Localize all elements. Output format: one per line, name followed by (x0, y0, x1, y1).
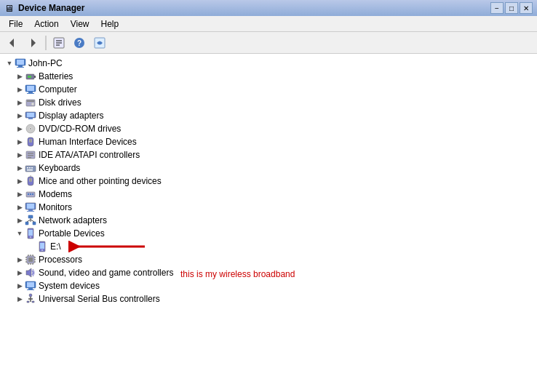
svg-text:?: ? (77, 39, 81, 47)
tree-modems[interactable]: ▶ Modems (3, 188, 534, 201)
expand-ide: ▶ (15, 150, 25, 160)
root-label: John-PC (28, 58, 63, 68)
forward-button[interactable] (23, 34, 42, 52)
menu-view[interactable]: View (65, 17, 95, 31)
expand-modems: ▶ (15, 189, 25, 199)
mice-label: Mice and other pointing devices (39, 176, 162, 186)
tree-monitors[interactable]: ▶ Monitors (3, 201, 534, 214)
svg-rect-10 (17, 60, 24, 65)
tree-system[interactable]: ▶ System devices (3, 279, 534, 292)
expand-display: ▶ (15, 111, 25, 121)
expand-computer: ▶ (15, 84, 25, 95)
scan-button[interactable] (90, 34, 109, 52)
tree-computer[interactable]: ▶ Computer (3, 83, 534, 96)
hid-icon (25, 136, 36, 148)
display-adapters-label: Display adapters (39, 111, 103, 121)
ide-label: IDE ATA/ATAPI controllers (39, 150, 140, 160)
expand-hid: ▶ (15, 137, 25, 147)
svg-line-57 (27, 220, 31, 222)
usb-label: Universal Serial Bus controllers (39, 294, 160, 304)
batteries-label: Batteries (39, 71, 73, 81)
tree-mice[interactable]: ▶ Mice and other pointing devices (3, 175, 534, 188)
svg-rect-85 (27, 289, 34, 290)
svg-rect-38 (29, 167, 31, 169)
svg-rect-53 (28, 215, 33, 218)
svg-rect-24 (27, 113, 34, 117)
tree-network[interactable]: ▶ Network adapters (3, 214, 534, 227)
processors-label: Processors (39, 255, 82, 265)
svg-line-58 (31, 220, 34, 222)
menu-action[interactable]: Action (28, 17, 64, 31)
mice-icon (25, 175, 36, 187)
toolbar: ? (0, 32, 537, 54)
tree-disk-drives[interactable]: ▶ Disk drives (3, 96, 534, 109)
expand-processors: ▶ (15, 255, 25, 265)
tree-edrive[interactable]: ▶ E:\ (3, 240, 534, 253)
svg-rect-90 (32, 301, 34, 303)
minimize-button[interactable]: − (490, 2, 504, 14)
tree-batteries[interactable]: ▶ Batteries (3, 70, 534, 83)
svg-point-64 (41, 249, 43, 251)
svg-rect-39 (31, 167, 33, 169)
tree-ide[interactable]: ▶ IDE ATA/ATAPI controllers (3, 148, 534, 161)
back-button[interactable] (3, 34, 22, 52)
title-bar: 🖥 Device Manager − □ ✕ (0, 0, 537, 16)
monitors-label: Monitors (39, 202, 72, 212)
svg-rect-46 (28, 193, 29, 195)
tree-sound[interactable]: ▶ Sound, video and game controllers (3, 266, 534, 279)
svg-rect-84 (28, 288, 33, 289)
help-button[interactable]: ? (70, 34, 89, 52)
ide-icon (25, 149, 36, 161)
svg-rect-63 (40, 243, 44, 249)
svg-rect-36 (25, 166, 36, 172)
batteries-icon (25, 71, 36, 82)
expand-network: ▶ (15, 215, 25, 225)
modems-label: Modems (39, 189, 72, 199)
svg-rect-11 (18, 65, 23, 67)
computer-icon2 (25, 84, 36, 95)
svg-rect-55 (33, 222, 36, 225)
tree-portable[interactable]: ▼ Portable Devices (3, 227, 534, 240)
tree-display-adapters[interactable]: ▶ Display adapters (3, 109, 534, 122)
svg-rect-60 (28, 230, 33, 236)
tree-hid[interactable]: ▶ Human Interface Devices (3, 135, 534, 148)
toolbar-separator-1 (45, 36, 47, 50)
red-arrow (68, 241, 148, 252)
svg-rect-14 (34, 76, 36, 78)
svg-rect-17 (27, 86, 34, 91)
tree-keyboards[interactable]: ▶ Keyboards (3, 161, 534, 175)
svg-rect-25 (28, 118, 33, 119)
sound-label: Sound, video and game controllers (39, 268, 173, 278)
tree-usb[interactable]: ▶ Universal Serial Bus controllers (3, 292, 534, 305)
tree-root[interactable]: ▼ John-PC (3, 57, 534, 70)
svg-rect-21 (27, 100, 34, 102)
device-tree: ▼ John-PC ▶ Batteries (3, 57, 534, 389)
menu-help[interactable]: Help (95, 17, 125, 31)
properties-button[interactable] (49, 34, 68, 52)
svg-marker-81 (26, 268, 31, 277)
tree-dvd[interactable]: ▶ DVD/CD-ROM drives (3, 122, 534, 135)
svg-point-61 (30, 236, 31, 238)
edrive-icon (36, 241, 48, 252)
svg-point-28 (30, 128, 31, 129)
keyboards-label: Keyboards (39, 163, 80, 173)
system-icon (25, 280, 36, 292)
monitor-icon (25, 201, 36, 213)
svg-rect-50 (27, 204, 34, 209)
maximize-button[interactable]: □ (505, 2, 518, 14)
svg-rect-40 (27, 169, 33, 171)
menu-file[interactable]: File (3, 17, 28, 31)
main-content: ▼ John-PC ▶ Batteries (0, 54, 537, 392)
expand-dvd: ▶ (15, 124, 25, 134)
tree-processors[interactable]: ▶ Proces (3, 253, 534, 266)
close-button[interactable]: ✕ (520, 2, 533, 14)
svg-rect-12 (17, 67, 24, 68)
expand-root: ▼ (4, 58, 15, 68)
svg-rect-35 (28, 157, 31, 159)
computer-icon (15, 57, 26, 69)
keyboard-icon (25, 162, 36, 174)
portable-icon (25, 228, 36, 239)
svg-rect-68 (28, 257, 33, 262)
svg-rect-34 (28, 155, 33, 156)
expand-monitors: ▶ (15, 202, 25, 212)
